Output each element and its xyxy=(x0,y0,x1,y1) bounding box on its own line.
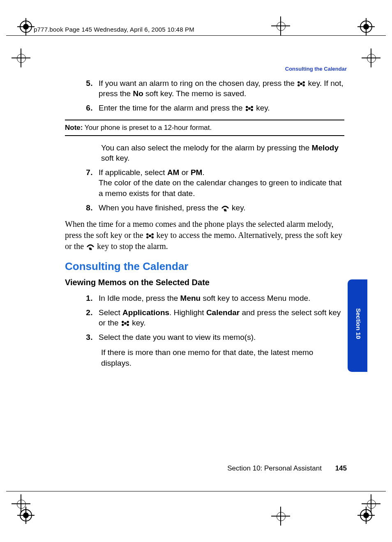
step-list: 5.If you want an alarm to ring on the ch… xyxy=(65,78,344,113)
end-key-icon xyxy=(86,244,95,250)
step-item: 3.Select the date you want to view its m… xyxy=(83,332,344,342)
registration-mark-icon xyxy=(20,21,32,33)
bottom-crop-rule xyxy=(6,491,386,491)
page-number: 145 xyxy=(335,464,347,472)
ok-key-icon xyxy=(245,105,254,112)
step-list: 7.If applicable, select AM or PM.The col… xyxy=(65,167,344,212)
footer-section: Section 10: Personal Assistant xyxy=(227,464,322,472)
ok-key-icon xyxy=(297,81,306,87)
step-item: 1.In Idle mode, press the Menu soft key … xyxy=(83,293,344,303)
page-footer: Section 10: Personal Assistant 145 xyxy=(0,464,347,473)
section-tab: Section 10 xyxy=(348,279,367,372)
ok-key-icon xyxy=(121,320,130,327)
step-item: 2.Select Applications. Highlight Calenda… xyxy=(83,307,344,328)
section-tab-label: Section 10 xyxy=(355,308,362,339)
note-label: Note: xyxy=(65,124,83,131)
running-head: Consulting the Calendar xyxy=(285,66,347,72)
step-item: 8.When you have finished, press the key. xyxy=(83,203,344,213)
section-heading: Consulting the Calendar xyxy=(65,260,344,273)
crosshair-icon xyxy=(12,48,30,67)
ok-key-icon xyxy=(145,233,154,239)
end-key-icon xyxy=(221,205,230,212)
paragraph: If there is more than one memo for that … xyxy=(101,347,344,368)
step-list: 1.In Idle mode, press the Menu soft key … xyxy=(65,293,344,342)
page-content: 5.If you want an alarm to ring on the ch… xyxy=(65,78,344,368)
subsection-heading: Viewing Memos on the Selected Date xyxy=(65,278,344,287)
crosshair-icon xyxy=(362,48,380,67)
crosshair-icon xyxy=(271,507,290,526)
crosshair-icon xyxy=(271,16,290,35)
step-item: 5.If you want an alarm to ring on the ch… xyxy=(83,78,344,99)
header-slug: p777.book Page 145 Wednesday, April 6, 2… xyxy=(34,26,194,33)
crosshair-icon xyxy=(12,494,30,513)
note-box: Note: Your phone is preset to a 12-hour … xyxy=(65,120,344,136)
paragraph: You can also select the melody for the a… xyxy=(101,143,344,163)
step-item: 7.If applicable, select AM or PM.The col… xyxy=(83,167,344,198)
step-item: 6.Enter the time for the alarm and press… xyxy=(83,103,344,113)
registration-mark-icon xyxy=(360,21,372,33)
top-crop-rule xyxy=(6,35,386,36)
note-text: Your phone is preset to a 12-hour format… xyxy=(83,124,212,131)
crosshair-icon xyxy=(362,494,380,513)
paragraph: When the time for a memo comes and the p… xyxy=(65,219,344,252)
